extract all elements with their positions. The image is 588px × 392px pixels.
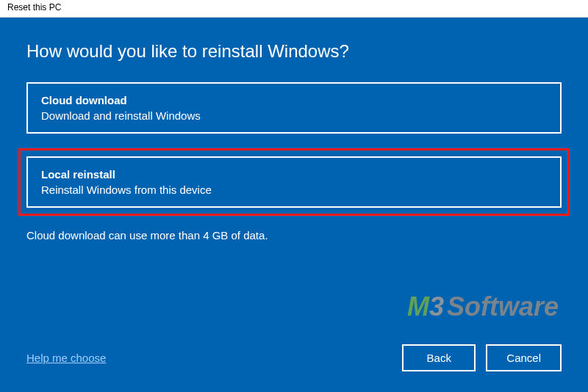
back-button[interactable]: Back bbox=[402, 344, 476, 371]
watermark-3: 3 bbox=[429, 291, 444, 322]
page-title: How would you like to reinstall Windows? bbox=[26, 41, 562, 62]
watermark-m: M bbox=[407, 291, 429, 322]
help-me-choose-link[interactable]: Help me choose bbox=[26, 352, 106, 364]
option-title: Cloud download bbox=[41, 94, 547, 106]
dialog-body: How would you like to reinstall Windows?… bbox=[0, 18, 588, 392]
option-description: Download and reinstall Windows bbox=[41, 109, 547, 122]
data-usage-note: Cloud download can use more than 4 GB of… bbox=[26, 229, 562, 242]
cancel-button[interactable]: Cancel bbox=[486, 344, 562, 371]
button-row: Back Cancel bbox=[402, 344, 562, 371]
option-title: Local reinstall bbox=[41, 168, 547, 181]
option-description: Reinstall Windows from this device bbox=[41, 184, 547, 196]
window-title: Reset this PC bbox=[7, 2, 61, 12]
option-cloud-download[interactable]: Cloud download Download and reinstall Wi… bbox=[26, 82, 562, 134]
titlebar: Reset this PC bbox=[0, 0, 588, 18]
footer: Help me choose Back Cancel bbox=[26, 344, 562, 371]
watermark-logo: M3Software bbox=[407, 291, 559, 322]
watermark-software: Software bbox=[447, 291, 559, 322]
option-local-reinstall[interactable]: Local reinstall Reinstall Windows from t… bbox=[26, 156, 562, 208]
highlight-annotation: Local reinstall Reinstall Windows from t… bbox=[18, 148, 570, 216]
